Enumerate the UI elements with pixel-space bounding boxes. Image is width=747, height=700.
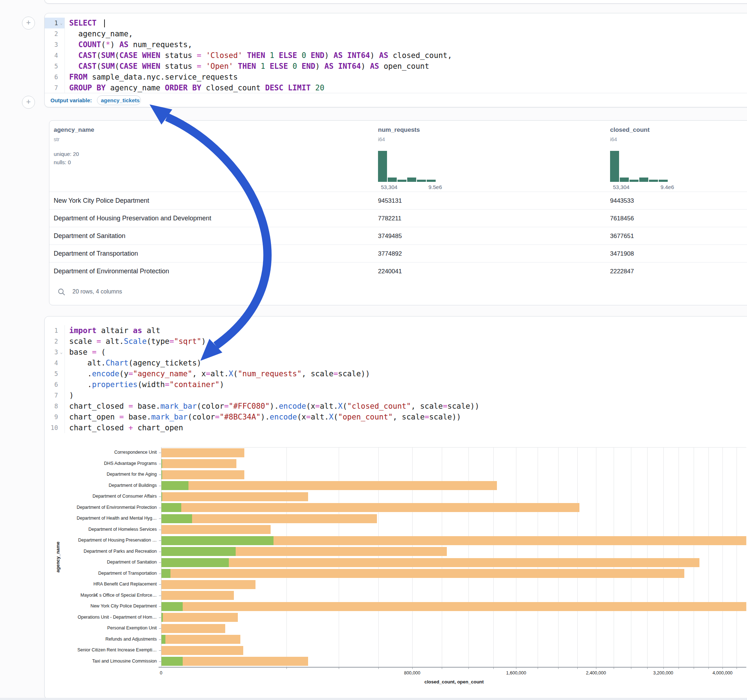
python-cell: 1import altair as alt2scale = alt.Scale(… [44,316,747,699]
code-token: ( [97,62,101,71]
python-code-editor[interactable]: 1import altair as alt2scale = alt.Scale(… [45,317,747,433]
code-line[interactable]: 7) [45,390,747,401]
column-name[interactable]: agency_name [54,127,94,134]
histogram-bar [620,178,629,182]
code-token: alt [142,326,160,335]
code-line[interactable]: 2 agency_name, [45,29,747,39]
code-token: chart_open [133,424,183,432]
table-row[interactable]: Department of Sanitation37494853677651 [49,227,747,245]
code-token [138,51,142,60]
code-token: , scale [411,402,443,410]
code-token: ) [324,51,333,60]
code-text[interactable]: import altair as alt [69,325,160,336]
code-text[interactable]: scale = alt.Scale(type="sqrt") [69,336,206,347]
code-text[interactable]: FROM sample_data.nyc.service_requests [69,72,238,83]
output-variable-pill[interactable]: agency_tickets [97,95,141,105]
table-row[interactable]: Department of Transportation377489234719… [49,244,747,262]
code-text[interactable]: ) [69,390,74,401]
sql-code-editor[interactable]: 1⌄SELECT 2 agency_name,3 COUNT(*) AS num… [45,13,747,93]
code-text[interactable]: SELECT [69,18,105,29]
column-stat: unique: 20 [54,151,79,157]
code-token: alt. [311,413,329,421]
fold-chevron-icon[interactable]: ⌄ [59,18,64,29]
code-line[interactable]: 6 .properties(width="container") [45,379,747,390]
code-token: closed_count, [388,51,452,60]
code-token: 20 [315,83,324,92]
code-token: AS [324,62,333,71]
histogram-bar [388,178,397,182]
code-token [201,62,206,71]
code-token: base. [133,402,160,410]
code-line[interactable]: 4 CAST(SUM(CASE WHEN status = 'Closed' T… [45,50,747,61]
table-row[interactable]: Department of Environmental Protection22… [49,262,747,280]
histogram-max-label: 9.4e6 [661,184,674,190]
code-text[interactable]: .encode(y="agency_name", x=alt.X("num_re… [69,368,370,379]
code-text[interactable]: base = ( [69,347,106,358]
search-icon[interactable] [57,288,66,296]
line-number: 8 [45,401,65,412]
code-token: 0 [293,62,297,71]
code-line[interactable]: 7GROUP BY agency_name ORDER BY closed_co… [45,83,747,93]
code-text[interactable]: alt.Chart(agency_tickets) [69,358,201,368]
code-line[interactable]: 2scale = alt.Scale(type="sqrt") [45,336,747,347]
code-line[interactable]: 10chart_closed + chart_open [45,422,747,433]
code-token: Chart [106,359,128,367]
column-name[interactable]: closed_count [610,127,650,134]
code-text[interactable]: GROUP BY agency_name ORDER BY closed_cou… [69,83,324,93]
code-token: * [106,40,110,49]
code-token: = [128,402,133,410]
code-line[interactable]: 4 alt.Chart(agency_tickets) [45,358,747,368]
add-cell-button-output[interactable]: + [22,96,35,109]
code-token: ) [219,380,224,389]
code-line[interactable]: 5 CAST(SUM(CASE WHEN status = 'Open' THE… [45,61,747,72]
code-line[interactable]: 3 COUNT(*) AS num_requests, [45,39,747,50]
code-token: chart_closed [69,402,128,410]
histogram-bar [649,180,658,182]
histogram-min-label: 53,304 [381,184,398,190]
code-token: 1 [260,62,265,71]
code-line[interactable]: 6FROM sample_data.nyc.service_requests [45,72,747,83]
table-row[interactable]: New York City Police Department945313194… [49,192,747,210]
code-token [297,51,302,60]
code-text[interactable]: COUNT(*) AS num_requests, [69,39,192,50]
code-token [201,51,206,60]
code-line[interactable]: 9chart_open = base.mark_bar(color="#8BC3… [45,412,747,422]
code-token: 'Open' [206,62,233,71]
fold-chevron-icon[interactable]: ⌄ [59,347,64,358]
code-text[interactable]: .properties(width="container") [69,379,224,390]
code-text[interactable]: chart_closed = base.mark_bar(color="#FFC… [69,401,479,412]
column-name[interactable]: num_requests [378,127,420,134]
code-line[interactable]: 1⌄SELECT [45,18,747,29]
code-line[interactable]: 1import altair as alt [45,325,747,336]
code-token: ( [115,62,119,71]
code-token: INT64 [338,62,361,71]
code-token: "#FFC080" [229,402,270,410]
code-token: FROM [69,73,88,81]
code-token: = [215,413,220,421]
code-token: ) [370,51,379,60]
code-text[interactable]: chart_closed + chart_open [69,422,183,433]
code-text[interactable]: CAST(SUM(CASE WHEN status = 'Open' THEN … [69,61,429,72]
histogram-min-label: 53,304 [613,184,629,190]
code-token: ( [343,402,347,410]
cell-agency-name: Department of Sanitation [54,227,126,245]
code-token: (x [306,402,315,410]
cell-agency-name: New York City Police Department [54,192,149,210]
code-token [311,83,315,92]
code-token: . [69,380,92,389]
line-number: 7 [45,390,65,401]
table-row[interactable]: Department of Housing Preservation and D… [49,209,747,227]
histogram-bar [639,178,648,182]
column-type: str [54,136,59,142]
code-line[interactable]: 3⌄base = ( [45,347,747,358]
code-token [306,51,311,60]
code-token [274,51,279,60]
code-text[interactable]: CAST(SUM(CASE WHEN status = 'Closed' THE… [69,50,452,61]
code-line[interactable]: 8chart_closed = base.mark_bar(color="#FF… [45,401,747,412]
code-line[interactable]: 5 .encode(y="agency_name", x=alt.X("num_… [45,368,747,379]
code-token [265,51,270,60]
code-text[interactable]: agency_name, [69,29,133,39]
add-cell-button-top[interactable]: + [22,17,35,30]
code-token: status [160,62,197,71]
code-text[interactable]: chart_open = base.mark_bar(color="#8BC34… [69,412,461,422]
